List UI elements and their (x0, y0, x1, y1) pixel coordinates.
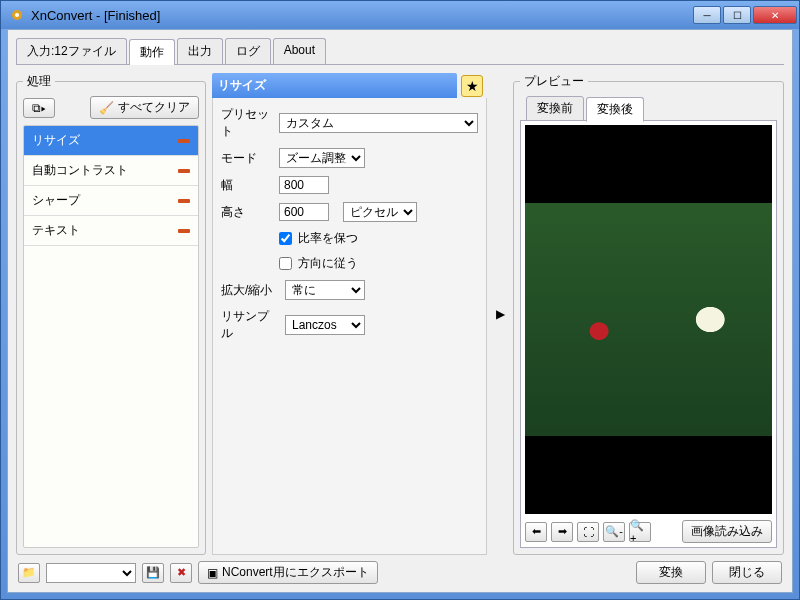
convert-button[interactable]: 変換 (636, 561, 706, 584)
maximize-button[interactable]: ☐ (723, 6, 751, 24)
next-arrow[interactable]: ▶ (493, 307, 507, 321)
export-icon: ▣ (207, 566, 218, 580)
clear-all-button[interactable]: 🧹 すべてクリア (90, 96, 199, 119)
settings-column: リサイズ ★ プリセット カスタム モード (212, 73, 487, 555)
unit-select[interactable]: ピクセル (343, 202, 417, 222)
window-title: XnConvert - [Finished] (31, 8, 693, 23)
zoom-in-button[interactable]: 🔍+ (629, 522, 651, 542)
preview-image[interactable] (525, 125, 772, 514)
prev-image-button[interactable]: ⬅ (525, 522, 547, 542)
height-label: 高さ (221, 204, 273, 221)
tab-output[interactable]: 出力 (177, 38, 223, 64)
action-list[interactable]: リサイズ 自動コントラスト シャープ テキスト (23, 125, 199, 548)
load-image-button[interactable]: 画像読み込み (682, 520, 772, 543)
svg-point-1 (15, 13, 19, 17)
processing-legend: 処理 (23, 73, 55, 90)
preset-select[interactable]: カスタム (279, 113, 478, 133)
export-nconvert-button[interactable]: ▣ NConvert用にエクスポート (198, 561, 378, 584)
width-input[interactable] (279, 176, 329, 194)
preview-image-content (525, 203, 772, 436)
save-preset-button[interactable]: 💾 (142, 563, 164, 583)
app-icon (9, 7, 25, 23)
tab-about[interactable]: About (273, 38, 326, 64)
open-folder-button[interactable]: 📁 (18, 563, 40, 583)
close-button[interactable]: ✕ (753, 6, 797, 24)
minimize-button[interactable]: ─ (693, 6, 721, 24)
preview-group: プレビュー 変換前 変換後 ⬅ ➡ ⛶ 🔍- 🔍+ (513, 73, 784, 555)
titlebar[interactable]: XnConvert - [Finished] ─ ☐ ✕ (1, 1, 799, 29)
delete-preset-button[interactable]: ✖ (170, 563, 192, 583)
follow-orientation-checkbox[interactable] (279, 257, 292, 270)
preset-label: プリセット (221, 106, 273, 140)
resample-label: リサンプル (221, 308, 279, 342)
preview-tab-after[interactable]: 変換後 (586, 97, 644, 122)
resize-panel: プリセット カスタム モード ズーム調整 幅 (212, 98, 487, 555)
enlarge-select[interactable]: 常に (285, 280, 365, 300)
tab-input[interactable]: 入力:12ファイル (16, 38, 127, 64)
fit-button[interactable]: ⛶ (577, 522, 599, 542)
next-image-button[interactable]: ➡ (551, 522, 573, 542)
clear-icon: 🧹 (99, 101, 114, 115)
footer: 📁 💾 ✖ ▣ NConvert用にエクスポート 変換 閉じる (16, 555, 784, 584)
mode-label: モード (221, 150, 273, 167)
client-area: 入力:12ファイル 動作 出力 ログ About 処理 ⧉▸ 🧹 すべてクリア (7, 29, 793, 593)
resample-select[interactable]: Lanczos (285, 315, 365, 335)
keep-ratio-checkbox[interactable] (279, 232, 292, 245)
processing-group: 処理 ⧉▸ 🧹 すべてクリア リサイズ (16, 73, 206, 555)
remove-icon[interactable] (178, 169, 190, 173)
preview-legend: プレビュー (520, 73, 588, 90)
tab-log[interactable]: ログ (225, 38, 271, 64)
preview-toolbar: ⬅ ➡ ⛶ 🔍- 🔍+ 画像読み込み (525, 514, 772, 543)
action-item-sharpen[interactable]: シャープ (24, 186, 198, 216)
remove-icon[interactable] (178, 139, 190, 143)
tab-body: 処理 ⧉▸ 🧹 すべてクリア リサイズ (16, 65, 784, 555)
keep-ratio-label: 比率を保つ (298, 230, 358, 247)
resize-panel-title: リサイズ (212, 73, 457, 98)
preset-dropdown[interactable] (46, 563, 136, 583)
remove-icon[interactable] (178, 199, 190, 203)
height-input[interactable] (279, 203, 329, 221)
remove-icon[interactable] (178, 229, 190, 233)
tab-actions[interactable]: 動作 (129, 39, 175, 65)
enlarge-label: 拡大/縮小 (221, 282, 279, 299)
mode-select[interactable]: ズーム調整 (279, 148, 365, 168)
follow-orientation-label: 方向に従う (298, 255, 358, 272)
zoom-out-button[interactable]: 🔍- (603, 522, 625, 542)
preview-frame: ⬅ ➡ ⛶ 🔍- 🔍+ 画像読み込み (520, 120, 777, 548)
action-item-resize[interactable]: リサイズ (24, 126, 198, 156)
main-tabstrip: 入力:12ファイル 動作 出力 ログ About (16, 38, 784, 65)
action-item-text[interactable]: テキスト (24, 216, 198, 246)
width-label: 幅 (221, 177, 273, 194)
add-action-button[interactable]: ⧉▸ (23, 98, 55, 118)
preview-tab-before[interactable]: 変換前 (526, 96, 584, 121)
add-icon: ⧉▸ (32, 101, 46, 115)
favorite-button[interactable]: ★ (461, 75, 483, 97)
app-window: XnConvert - [Finished] ─ ☐ ✕ 入力:12ファイル 動… (0, 0, 800, 600)
action-item-autocontrast[interactable]: 自動コントラスト (24, 156, 198, 186)
close-app-button[interactable]: 閉じる (712, 561, 782, 584)
